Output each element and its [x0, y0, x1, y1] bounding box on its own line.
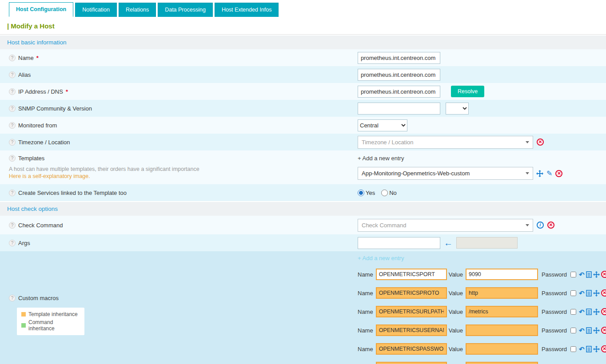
macro-name-input[interactable]: [376, 306, 447, 317]
move-icon[interactable]: [536, 170, 543, 177]
macro-name-input[interactable]: [376, 287, 447, 299]
radio-no-input[interactable]: [381, 190, 388, 196]
delete-icon[interactable]: ✕: [601, 289, 606, 297]
snmp-community-input[interactable]: [358, 103, 440, 115]
macro-value-input[interactable]: [466, 324, 538, 336]
row-args: ? Args ←: [0, 234, 606, 251]
add-macro-link[interactable]: + Add a new entry: [358, 255, 404, 261]
undo-icon[interactable]: ↶: [579, 309, 585, 315]
macro-password-label: Password: [542, 327, 567, 334]
ip-address-input[interactable]: [358, 86, 440, 98]
undo-icon[interactable]: ↶: [579, 327, 585, 334]
row-templates: ? Templates A host can have multiple tem…: [0, 150, 606, 184]
description-icon[interactable]: [586, 327, 592, 334]
args-label-cell: ? Args: [0, 240, 358, 246]
help-icon[interactable]: ?: [9, 105, 16, 112]
help-icon[interactable]: ?: [9, 55, 16, 61]
help-icon[interactable]: ?: [9, 222, 16, 229]
snmp-version-select[interactable]: [446, 103, 469, 115]
macro-value-input[interactable]: [466, 269, 538, 280]
macro-value-input[interactable]: [466, 287, 538, 299]
help-icon[interactable]: ?: [9, 122, 16, 129]
help-icon[interactable]: ?: [9, 190, 16, 196]
macro-icons: ↶ ✕: [579, 289, 606, 297]
move-icon[interactable]: [593, 309, 600, 315]
macro-name-input[interactable]: [376, 362, 447, 364]
row-snmp: ? SNMP Community & Version: [0, 100, 606, 117]
move-icon[interactable]: [593, 346, 600, 352]
password-checkbox[interactable]: [570, 290, 576, 296]
tab-host-extended-infos[interactable]: Host Extended Infos: [215, 3, 279, 17]
row-timezone: ? Timezone / Location Timezone / Locatio…: [0, 134, 606, 150]
description-icon[interactable]: [586, 290, 592, 297]
undo-icon[interactable]: ↶: [579, 290, 585, 297]
macro-name-input[interactable]: [376, 324, 447, 336]
macro-row: Name Value Password ↶ ✕: [358, 358, 606, 364]
delete-icon[interactable]: ✕: [601, 327, 606, 334]
move-icon[interactable]: [593, 327, 600, 334]
tab-host-configuration[interactable]: Host Configuration: [9, 2, 73, 17]
help-icon[interactable]: ?: [9, 240, 16, 246]
tab-relations[interactable]: Relations: [119, 3, 156, 17]
timezone-select[interactable]: Timezone / Location: [358, 136, 533, 149]
description-icon[interactable]: [586, 309, 592, 315]
template-select-value: App-Monitoring-Openmetrics-Web-custom: [362, 170, 470, 177]
macro-password-label: Password: [542, 271, 567, 278]
delete-icon[interactable]: ✕: [601, 308, 606, 315]
password-checkbox[interactable]: [570, 309, 576, 315]
macro-name-input[interactable]: [376, 269, 447, 280]
delete-icon[interactable]: ✕: [601, 271, 606, 278]
clear-icon[interactable]: ✕: [537, 138, 544, 146]
macro-name-label: Name: [358, 271, 373, 278]
radio-yes-input[interactable]: [358, 190, 364, 196]
undo-icon[interactable]: ↶: [579, 346, 585, 352]
tab-data-processing[interactable]: Data Processing: [158, 3, 213, 17]
clear-icon[interactable]: ✕: [547, 222, 554, 229]
password-checkbox[interactable]: [570, 346, 576, 352]
password-checkbox[interactable]: [570, 328, 576, 333]
templates-help-link[interactable]: Here is a self-explanatory image.: [9, 173, 358, 179]
radio-no[interactable]: No: [381, 190, 397, 196]
help-icon[interactable]: ?: [9, 71, 16, 78]
help-icon[interactable]: ?: [9, 295, 16, 301]
password-checkbox[interactable]: [570, 272, 576, 277]
description-icon[interactable]: [586, 271, 592, 278]
chevron-down-icon: [526, 141, 529, 143]
templates-help-text: A host can have multiple templates, thei…: [9, 166, 358, 172]
ip-address-label: IP Address / DNS: [18, 88, 63, 95]
info-icon[interactable]: i: [537, 222, 544, 229]
help-icon[interactable]: ?: [9, 88, 16, 95]
undo-icon[interactable]: ↶: [579, 271, 585, 278]
template-select[interactable]: App-Monitoring-Openmetrics-Web-custom: [358, 167, 533, 180]
templates-field-cell: + Add a new entry App-Monitoring-Openmet…: [358, 153, 606, 180]
name-input[interactable]: [358, 52, 440, 64]
args-input[interactable]: [358, 237, 440, 249]
check-command-select[interactable]: Check Command: [358, 219, 533, 232]
help-icon[interactable]: ?: [9, 139, 16, 146]
resolve-button[interactable]: Resolve: [451, 86, 484, 97]
macro-name-input[interactable]: [376, 343, 447, 355]
radio-yes[interactable]: Yes: [358, 190, 375, 196]
macro-password-label: Password: [542, 346, 567, 352]
macro-value-input[interactable]: [466, 362, 538, 364]
add-template-link[interactable]: + Add a new entry: [358, 155, 404, 162]
move-icon[interactable]: [593, 271, 600, 278]
template-inheritance-label: Template inheritance: [28, 311, 78, 317]
tab-notification[interactable]: Notification: [75, 3, 117, 17]
radio-no-label: No: [389, 190, 397, 196]
delete-icon[interactable]: ✕: [555, 170, 562, 177]
macro-value-input[interactable]: [466, 306, 538, 317]
help-icon[interactable]: ?: [9, 155, 16, 162]
delete-icon[interactable]: ✕: [601, 345, 606, 352]
monitored-from-label: Monitored from: [18, 122, 57, 129]
create-services-label: Create Services linked to the Template t…: [18, 190, 127, 196]
description-icon[interactable]: [586, 346, 592, 352]
monitored-from-select[interactable]: Central: [358, 119, 407, 131]
left-arrow-icon[interactable]: ←: [444, 238, 453, 247]
edit-icon[interactable]: ✎: [546, 170, 552, 177]
macro-row: Name Value Password ↶ ✕: [358, 340, 606, 358]
alias-input[interactable]: [358, 69, 440, 81]
macro-password-label: Password: [542, 290, 567, 297]
move-icon[interactable]: [593, 290, 600, 297]
macro-value-input[interactable]: [466, 343, 538, 355]
